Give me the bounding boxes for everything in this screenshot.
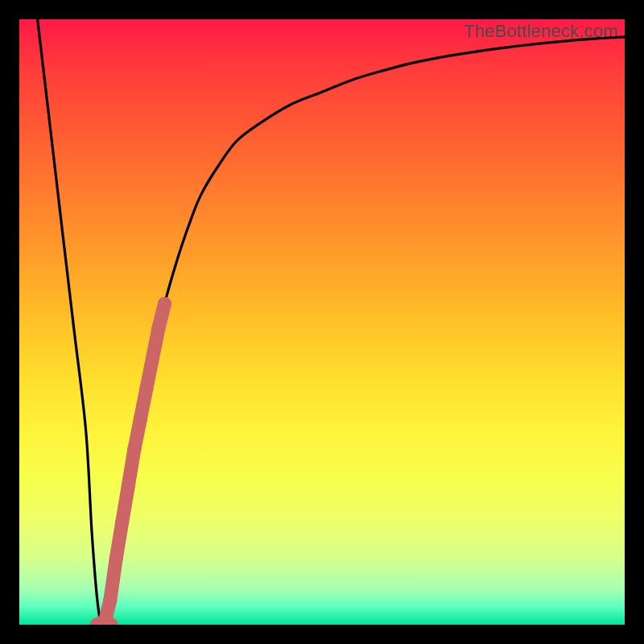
marker-dot xyxy=(146,352,159,365)
chart-overlay xyxy=(19,19,625,625)
plot-area: TheBottleneck.com xyxy=(19,19,625,625)
marker-dot xyxy=(122,479,135,493)
marker-dot xyxy=(134,412,147,426)
marker-dot xyxy=(152,321,166,335)
marker-dot xyxy=(115,515,129,529)
marker-dot xyxy=(127,442,141,456)
marker-dot xyxy=(139,382,153,395)
marker-dot xyxy=(158,297,171,311)
highlight-markers xyxy=(90,297,171,625)
chart-frame: TheBottleneck.com xyxy=(0,0,644,644)
marker-dot xyxy=(90,616,118,625)
marker-dot xyxy=(103,593,117,607)
marker-dot xyxy=(109,551,123,565)
